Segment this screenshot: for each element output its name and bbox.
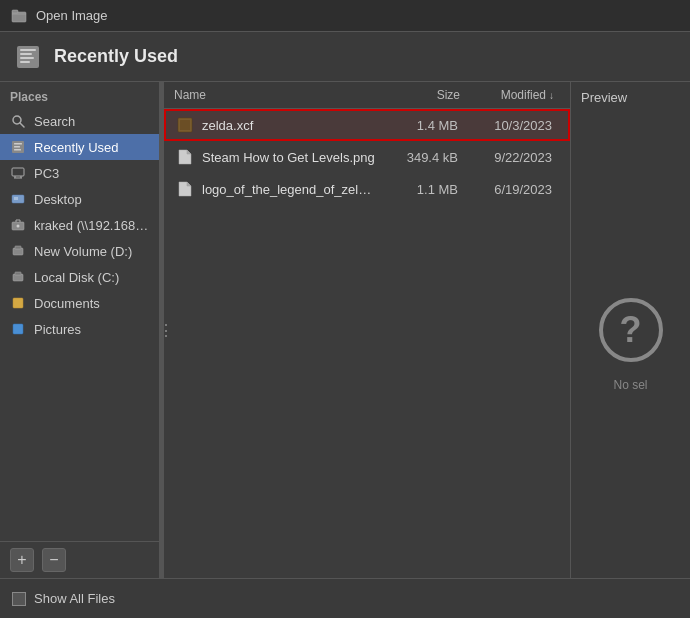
title-bar-icon [10, 7, 28, 25]
preview-panel: Preview ? No sel [570, 82, 690, 578]
file-size: 1.4 MB [378, 118, 458, 133]
svg-rect-11 [14, 146, 20, 148]
sidebar-item-desktop[interactable]: Desktop [0, 186, 159, 212]
file-row[interactable]: logo_of_the_legend_of_zelda__tears_of_th… [164, 173, 570, 205]
file-size: 1.1 MB [378, 182, 458, 197]
pictures-icon [10, 321, 26, 337]
kraked-label: kraked (\\192.168.... [34, 218, 149, 233]
recently-used-label: Recently Used [34, 140, 119, 155]
file-name: logo_of_the_legend_of_zelda__tears_of_th… [202, 182, 378, 197]
header-title: Recently Used [54, 46, 178, 67]
sidebar-bottom: + − [0, 541, 159, 578]
file-modified: 10/3/2023 [458, 118, 558, 133]
file-row[interactable]: zelda.xcf1.4 MB10/3/2023 [164, 109, 570, 141]
svg-rect-25 [13, 298, 23, 308]
new-volume-icon [10, 243, 26, 259]
pictures-label: Pictures [34, 322, 81, 337]
recently-used-icon [10, 139, 26, 155]
file-icon [176, 180, 194, 198]
sidebar: Places SearchRecently UsedPC3Desktopkrak… [0, 82, 160, 578]
sidebar-item-new-volume[interactable]: New Volume (D:) [0, 238, 159, 264]
svg-rect-3 [20, 49, 36, 51]
show-all-files-label: Show All Files [34, 591, 115, 606]
svg-line-8 [20, 123, 24, 127]
sidebar-item-recently-used[interactable]: Recently Used [0, 134, 159, 160]
svg-rect-22 [15, 246, 21, 249]
pc3-label: PC3 [34, 166, 59, 181]
file-name: Steam How to Get Levels.png [202, 150, 378, 165]
title-bar-text: Open Image [36, 8, 108, 23]
svg-rect-5 [20, 57, 34, 59]
column-name[interactable]: Name [174, 88, 380, 102]
sidebar-item-pictures[interactable]: Pictures [0, 316, 159, 342]
sort-arrow: ↓ [549, 90, 554, 101]
file-icon [176, 148, 194, 166]
preview-icon-area: ? No sel [599, 111, 663, 578]
preview-question-mark: ? [599, 298, 663, 362]
search-icon [10, 113, 26, 129]
svg-rect-26 [13, 324, 23, 334]
svg-rect-1 [12, 10, 18, 13]
places-label: Places [0, 82, 159, 108]
show-all-files-checkbox[interactable] [12, 592, 26, 606]
svg-rect-13 [12, 168, 24, 176]
search-label: Search [34, 114, 75, 129]
svg-rect-6 [20, 61, 30, 63]
add-place-button[interactable]: + [10, 548, 34, 572]
file-name: zelda.xcf [202, 118, 378, 133]
file-modified: 6/19/2023 [458, 182, 558, 197]
sidebar-item-search[interactable]: Search [0, 108, 159, 134]
svg-rect-18 [14, 197, 18, 200]
column-modified[interactable]: Modified ↓ [460, 88, 560, 102]
header-bar-icon [14, 43, 42, 71]
header-bar: Recently Used [0, 32, 690, 82]
svg-rect-10 [14, 143, 22, 145]
file-list: zelda.xcf1.4 MB10/3/2023Steam How to Get… [164, 109, 570, 578]
new-volume-label: New Volume (D:) [34, 244, 132, 259]
sidebar-item-kraked[interactable]: kraked (\\192.168.... [0, 212, 159, 238]
documents-icon [10, 295, 26, 311]
file-size: 349.4 kB [378, 150, 458, 165]
local-disk-label: Local Disk (C:) [34, 270, 119, 285]
resize-handle[interactable] [160, 82, 164, 578]
file-modified: 9/22/2023 [458, 150, 558, 165]
file-row[interactable]: Steam How to Get Levels.png349.4 kB9/22/… [164, 141, 570, 173]
svg-rect-4 [20, 53, 32, 55]
sidebar-item-local-disk[interactable]: Local Disk (C:) [0, 264, 159, 290]
preview-label: Preview [571, 82, 690, 111]
svg-rect-12 [14, 149, 21, 151]
svg-rect-24 [15, 272, 21, 275]
svg-point-20 [17, 225, 20, 228]
sidebar-items-container: SearchRecently UsedPC3Desktopkraked (\\1… [0, 108, 159, 342]
title-bar: Open Image [0, 0, 690, 32]
bottom-bar: Show All Files [0, 578, 690, 618]
file-icon [176, 116, 194, 134]
documents-label: Documents [34, 296, 100, 311]
svg-rect-28 [180, 120, 190, 130]
kraked-icon [10, 217, 26, 233]
main-content: Places SearchRecently UsedPC3Desktopkrak… [0, 82, 690, 578]
sidebar-item-pc3[interactable]: PC3 [0, 160, 159, 186]
svg-rect-0 [12, 12, 26, 22]
column-size[interactable]: Size [380, 88, 460, 102]
local-disk-icon [10, 269, 26, 285]
preview-no-selection: No sel [605, 378, 655, 392]
pc3-icon [10, 165, 26, 181]
remove-place-button[interactable]: − [42, 548, 66, 572]
desktop-label: Desktop [34, 192, 82, 207]
desktop-icon [10, 191, 26, 207]
file-list-header: Name Size Modified ↓ [164, 82, 570, 109]
file-area: Name Size Modified ↓ zelda.xcf1.4 MB10/3… [164, 82, 570, 578]
sidebar-item-documents[interactable]: Documents [0, 290, 159, 316]
